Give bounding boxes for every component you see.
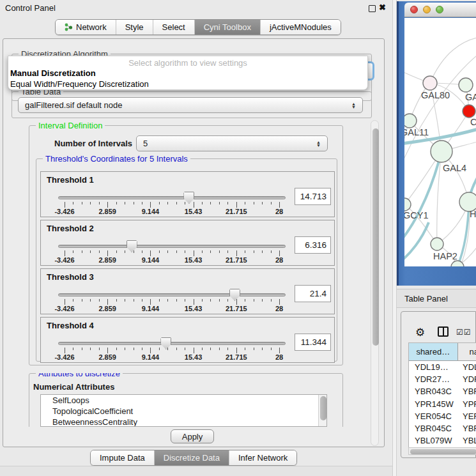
checkbox-checked-icon[interactable]: ☑☑: [456, 328, 472, 337]
threshold-label: Threshold 1: [47, 175, 94, 185]
network-node-label: H: [470, 209, 476, 219]
threshold-label: Threshold 2: [47, 224, 94, 233]
threshold-value-field[interactable]: 14.713: [295, 188, 331, 205]
slider-tick-labels: -3.4262.8599.14415.4321.71528: [58, 208, 286, 215]
table-row[interactable]: YBL079WYBL0: [409, 434, 476, 447]
table-row[interactable]: YBR043CYBR0: [409, 385, 476, 397]
threshold-slider-track[interactable]: [58, 196, 286, 199]
cell-name[interactable]: YER0: [458, 410, 476, 422]
num-intervals-combobox[interactable]: 5 ▲▼: [136, 135, 328, 151]
cell-name[interactable]: YDL1: [458, 361, 476, 373]
cell-name[interactable]: YPR1: [458, 398, 476, 410]
threshold-panel: Threshold 4-3.4262.8599.14415.4321.71528…: [40, 317, 335, 363]
threshold-label: Threshold 3: [47, 272, 94, 282]
cell-shared-name[interactable]: YBR045C: [409, 422, 458, 434]
network-node-label: HAP2: [433, 251, 457, 261]
cell-shared-name[interactable]: YBR043C: [409, 385, 458, 397]
table-row[interactable]: YBR045CYBR0: [409, 422, 476, 434]
tab-impute-data[interactable]: Impute Data: [91, 450, 155, 465]
table-data-combobox[interactable]: galFiltered.sif default node ▲▼: [18, 97, 363, 113]
num-intervals-label: Number of Intervals: [54, 139, 132, 148]
threshold-value-field[interactable]: 6.316: [295, 236, 331, 254]
tab-label: Select: [162, 22, 185, 32]
network-node[interactable]: [404, 114, 417, 128]
combo-stepper-icon: ▲▼: [351, 102, 356, 109]
network-graph: GAL80GACGAL11GAL4GCY1HHAP2: [404, 18, 476, 266]
attribute-list-item[interactable]: SelfLoops: [41, 395, 326, 406]
interval-definition-title: Interval Definition: [36, 121, 105, 130]
close-icon[interactable]: ✖: [379, 3, 386, 12]
numerical-attributes-list[interactable]: SelfLoopsTopologicalCoefficientBetweenne…: [40, 394, 327, 427]
attributes-scrollbar-thumb[interactable]: [320, 396, 326, 420]
column-header-name[interactable]: na: [458, 343, 476, 360]
cell-shared-name[interactable]: YBL079W: [409, 434, 458, 447]
tab-label: Discretize Data: [164, 453, 220, 463]
panel-scrollbar-thumb[interactable]: [372, 128, 379, 346]
threshold-panel: Threshold 3-3.4262.8599.14415.4321.71528…: [40, 268, 335, 314]
float-window-icon[interactable]: [369, 5, 376, 12]
table-horizontal-scrollbar[interactable]: [408, 447, 476, 455]
network-node[interactable]: [463, 105, 475, 118]
network-node[interactable]: [431, 141, 452, 162]
threshold-slider-track[interactable]: [58, 245, 286, 248]
tab-style[interactable]: Style: [116, 20, 153, 35]
gear-icon[interactable]: ⚙: [415, 326, 425, 339]
attribute-list-item[interactable]: TopologicalCoefficient: [41, 406, 326, 417]
tab-label: Style: [125, 22, 144, 32]
algorithm-option[interactable]: Equal Width/Frequency Discretization: [8, 79, 367, 89]
threshold-value-field[interactable]: 21.4: [295, 285, 331, 302]
apply-button[interactable]: Apply: [171, 429, 214, 443]
panel-divider[interactable]: [392, 0, 397, 476]
tab-jactivemnodules[interactable]: jActiveMNodules: [261, 20, 341, 35]
tab-label: Network: [76, 22, 107, 32]
cell-name[interactable]: YBR0: [458, 422, 476, 434]
table-row[interactable]: YER054CYER0: [409, 410, 476, 422]
split-table-icon[interactable]: [438, 326, 449, 337]
slider-tick-labels: -3.4262.8599.14415.4321.71528: [58, 353, 286, 361]
cell-name[interactable]: YDR2: [458, 373, 476, 385]
table-panel-window: ⚙ ☑☑ shared… na YDL19…YDL1YDR27…YDR2YBR0…: [401, 311, 476, 458]
close-light[interactable]: [410, 6, 418, 13]
table-scrollbar-thumb[interactable]: [410, 449, 476, 454]
table-row[interactable]: YDL19…YDL1: [409, 361, 476, 373]
minimize-light[interactable]: [423, 6, 431, 13]
attribute-list-item[interactable]: BetweennessCentrality: [41, 417, 326, 427]
control-panel-titlebar: Control Panel ✖: [0, 0, 388, 17]
table-row[interactable]: YDR27…YDR2: [409, 373, 476, 385]
tab-label: Infer Network: [238, 453, 288, 463]
threshold-slider-track[interactable]: [58, 293, 286, 296]
network-window-titlebar[interactable]: [404, 3, 476, 17]
network-node-label: GAL80: [421, 90, 450, 100]
network-node-label: GCY1: [404, 210, 429, 220]
node-attribute-table[interactable]: shared… na YDL19…YDL1YDR27…YDR2YBR043CYB…: [408, 342, 476, 449]
control-panel-title: Control Panel: [5, 3, 56, 13]
table-row[interactable]: YPR145WYPR1: [409, 398, 476, 410]
network-node-label: GAL4: [443, 163, 466, 173]
threshold-value-field[interactable]: 11.344: [295, 334, 331, 351]
cell-name[interactable]: YBR0: [458, 385, 476, 397]
tab-select[interactable]: Select: [153, 20, 195, 35]
status-strip: [0, 466, 392, 476]
cell-shared-name[interactable]: YDR27…: [409, 373, 458, 385]
cell-shared-name[interactable]: YDL19…: [409, 361, 458, 373]
numerical-attributes-label: Numerical Attributes: [33, 382, 114, 392]
tab-infer-network[interactable]: Infer Network: [229, 450, 296, 465]
tab-network[interactable]: Network: [56, 20, 116, 35]
network-node[interactable]: [459, 78, 473, 92]
threshold-slider-track[interactable]: [58, 342, 286, 345]
algorithm-option[interactable]: Manual Discretization: [8, 68, 367, 79]
network-icon: [65, 23, 73, 31]
cell-name[interactable]: YBL0: [458, 434, 476, 447]
column-header-shared-name[interactable]: shared…: [409, 343, 458, 360]
zoom-light[interactable]: [436, 6, 443, 13]
network-node[interactable]: [423, 76, 437, 90]
cell-shared-name[interactable]: YPR145W: [409, 398, 458, 410]
network-node[interactable]: [431, 238, 443, 250]
attributes-list-scrollbar[interactable]: [318, 395, 326, 427]
panel-vertical-scrollbar[interactable]: [371, 120, 379, 446]
tab-discretize-data[interactable]: Discretize Data: [155, 450, 229, 465]
tab-cyni-toolbox[interactable]: Cyni Toolbox: [195, 20, 261, 35]
tab-label: Cyni Toolbox: [204, 22, 251, 32]
cell-shared-name[interactable]: YER054C: [409, 410, 458, 422]
network-view-canvas[interactable]: GAL80GACGAL11GAL4GCY1HHAP2: [404, 18, 476, 266]
